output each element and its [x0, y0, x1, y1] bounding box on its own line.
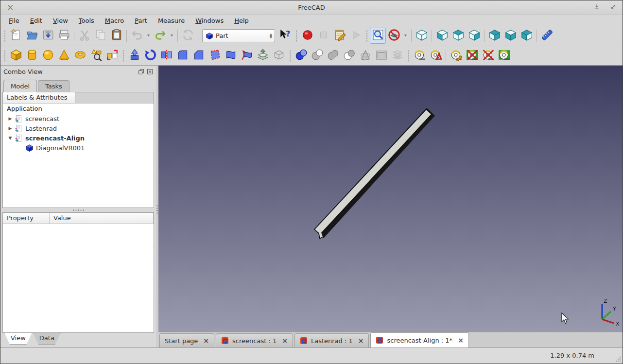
toolbar-drag-handle[interactable]	[2, 50, 7, 62]
menu-windows[interactable]: Windows	[190, 17, 229, 25]
tree-item-diagonalvr001[interactable]: DiagonalVR001	[3, 143, 154, 153]
expander-expanded-icon[interactable]: ▼	[7, 136, 14, 140]
cross-sections-button[interactable]	[373, 48, 389, 64]
mdi-tab-screencast-1[interactable]: screencast : 1×	[216, 333, 293, 347]
tab-view[interactable]: View	[4, 333, 32, 345]
paste-button[interactable]	[108, 28, 124, 44]
boolean-cut-button[interactable]	[309, 48, 325, 64]
redo-menu-button[interactable]	[168, 28, 175, 44]
menu-view[interactable]: View	[48, 17, 73, 25]
offset-button[interactable]	[255, 48, 271, 64]
boolean-union-button[interactable]	[325, 48, 341, 64]
toolbar-drag-handle[interactable]	[364, 30, 369, 42]
thickness-button[interactable]	[271, 48, 287, 64]
tree-item-screencast[interactable]: ▶screencast	[3, 114, 154, 123]
menu-measure[interactable]: Measure	[153, 17, 190, 25]
fit-all-button[interactable]	[370, 28, 386, 44]
menu-help[interactable]: Help	[229, 17, 254, 25]
boolean-button[interactable]	[293, 48, 309, 64]
menu-part[interactable]: Part	[129, 17, 153, 25]
cone-button[interactable]	[56, 48, 72, 64]
tab-tasks[interactable]: Tasks	[38, 80, 69, 92]
expander-collapsed-icon[interactable]: ▶	[7, 116, 14, 121]
extrude-button[interactable]	[126, 48, 142, 64]
measure-refresh-button[interactable]	[448, 48, 464, 64]
section-button[interactable]	[357, 48, 373, 64]
measure-clear-button[interactable]	[496, 48, 512, 64]
create-primitives-button[interactable]	[88, 48, 104, 64]
ruled-surface-button[interactable]	[207, 48, 223, 64]
mdi-tab-lastenrad-1[interactable]: Lastenrad : 1×	[294, 333, 369, 347]
tab-data[interactable]: Data	[33, 333, 61, 345]
close-tab-icon[interactable]: ×	[280, 337, 288, 345]
measure-angular-button[interactable]	[428, 48, 444, 64]
loft-button[interactable]	[223, 48, 239, 64]
tab-model[interactable]: Model	[3, 80, 37, 92]
macro-record-button[interactable]	[299, 28, 315, 44]
fillet-button[interactable]	[174, 48, 190, 64]
view-front-button[interactable]	[434, 28, 450, 44]
tree-item-screencast-align[interactable]: ▼screencast-Align	[3, 133, 154, 143]
view-left-button[interactable]	[519, 28, 535, 44]
toolbar-drag-handle[interactable]	[2, 30, 7, 42]
cylinder-button[interactable]	[24, 48, 40, 64]
tree-root-application[interactable]: Application	[3, 104, 154, 114]
panel-close-button[interactable]	[147, 69, 153, 75]
property-column-property[interactable]: Property	[3, 213, 50, 224]
viewport[interactable]: Z Y X	[158, 66, 623, 332]
measure-distance-button[interactable]	[539, 28, 555, 44]
window-maximize-button[interactable]	[609, 3, 618, 12]
combo-spinner-icon[interactable]: ▲▼	[267, 30, 275, 42]
measure-toggle-all-button[interactable]	[464, 48, 480, 64]
print-button[interactable]	[56, 28, 72, 44]
menu-tools[interactable]: Tools	[73, 17, 100, 25]
beam-object[interactable]	[314, 109, 432, 239]
view-bottom-button[interactable]	[502, 28, 519, 44]
whats-this-button[interactable]: ?	[277, 28, 293, 44]
open-button[interactable]	[24, 28, 40, 44]
mirror-button[interactable]	[158, 48, 174, 64]
toolbar-drag-handle[interactable]	[288, 50, 292, 62]
workbench-selector[interactable]: Part▲▼	[202, 29, 275, 42]
mdi-tab-screencast-align-1[interactable]: screencast-Align : 1*×	[370, 332, 468, 347]
resize-grip-icon[interactable]	[615, 356, 621, 362]
view-rear-button[interactable]	[486, 28, 502, 44]
revolve-button[interactable]	[142, 48, 158, 64]
chamfer-button[interactable]	[190, 48, 207, 64]
measure-linear-button[interactable]	[412, 48, 428, 64]
view-right-button[interactable]	[466, 28, 482, 44]
menu-file[interactable]: File	[3, 17, 25, 25]
view-axonometric-button[interactable]	[414, 28, 430, 44]
tree-item-lastenrad[interactable]: ▶Lastenrad	[3, 123, 154, 133]
new-button[interactable]	[8, 28, 24, 44]
box-button[interactable]	[8, 48, 24, 64]
toolbar-drag-handle[interactable]	[121, 50, 125, 62]
close-tab-icon[interactable]: ×	[201, 337, 209, 345]
menu-edit[interactable]: Edit	[25, 17, 48, 25]
macro-edit-button[interactable]	[331, 28, 347, 44]
close-tab-icon[interactable]: ×	[356, 337, 364, 345]
measure-toggle-3d-button[interactable]	[480, 48, 496, 64]
record-icon	[301, 29, 314, 43]
sphere-button[interactable]	[40, 48, 56, 64]
window-minimize-button[interactable]	[592, 3, 601, 12]
horizontal-splitter[interactable]	[0, 208, 156, 212]
shape-builder-button[interactable]	[104, 48, 120, 64]
view-top-button[interactable]	[450, 28, 466, 44]
draw-style-menu-button[interactable]	[402, 28, 409, 44]
torus-button[interactable]	[72, 48, 88, 64]
mdi-tab-start-page[interactable]: Start page×	[159, 333, 214, 347]
toolbar-drag-handle[interactable]	[294, 30, 298, 42]
expander-collapsed-icon[interactable]: ▶	[7, 126, 14, 131]
boolean-common-button[interactable]	[341, 48, 357, 64]
redo-button[interactable]	[152, 28, 168, 44]
undo-menu-button[interactable]	[145, 28, 152, 44]
sweep-button[interactable]	[239, 48, 255, 64]
close-tab-icon[interactable]: ×	[456, 336, 464, 344]
save-button[interactable]	[40, 28, 56, 44]
menu-macro[interactable]: Macro	[100, 17, 129, 25]
property-column-value[interactable]: Value	[50, 213, 154, 224]
panel-float-button[interactable]	[138, 69, 144, 75]
toolbar-drag-handle[interactable]	[406, 50, 411, 62]
draw-style-button[interactable]	[386, 28, 402, 44]
